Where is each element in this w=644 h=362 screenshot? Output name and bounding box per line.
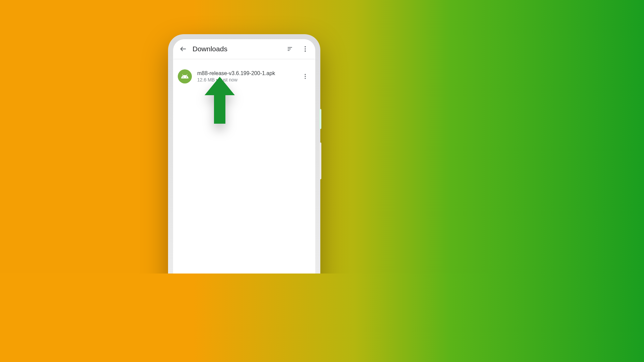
- sort-icon: [287, 45, 294, 53]
- screen: Downloads m88-release-v: [173, 39, 315, 274]
- svg-point-4: [305, 46, 306, 48]
- svg-point-7: [305, 74, 306, 75]
- phone-frame: Downloads m88-release-v: [169, 35, 319, 274]
- svg-point-5: [305, 48, 306, 50]
- svg-point-9: [305, 78, 306, 79]
- file-size: 12.6 MB: [197, 77, 215, 82]
- file-time: Just now: [219, 77, 237, 82]
- meta-separator: •: [216, 77, 218, 82]
- svg-rect-3: [288, 50, 290, 51]
- arrow-back-icon: [179, 45, 187, 53]
- volume-button: [319, 142, 321, 179]
- power-button: [319, 109, 321, 129]
- file-meta: 12.6 MB • Just now: [197, 77, 299, 82]
- svg-point-6: [305, 51, 306, 52]
- svg-rect-1: [288, 47, 292, 48]
- page-title: Downloads: [193, 45, 283, 53]
- file-text: m88-release-v3.6.199-200-1.apk 12.6 MB •…: [197, 70, 299, 82]
- file-item[interactable]: m88-release-v3.6.199-200-1.apk 12.6 MB •…: [173, 65, 315, 88]
- more-button[interactable]: [298, 42, 313, 56]
- app-bar: Downloads: [173, 39, 315, 59]
- file-more-button[interactable]: [299, 73, 311, 80]
- back-button[interactable]: [176, 42, 191, 56]
- apk-icon: [178, 69, 192, 83]
- file-name: m88-release-v3.6.199-200-1.apk: [197, 70, 299, 76]
- more-vert-icon: [302, 45, 309, 53]
- svg-rect-2: [288, 49, 291, 49]
- more-vert-icon: [302, 73, 309, 80]
- android-icon: [181, 72, 189, 80]
- svg-point-8: [305, 76, 306, 77]
- sort-button[interactable]: [283, 42, 298, 56]
